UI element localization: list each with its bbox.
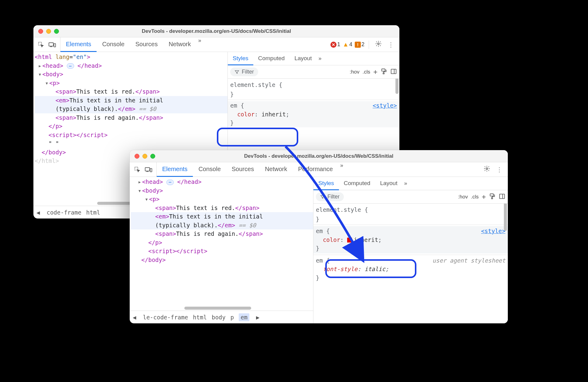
main-toolbar: Elements Console Sources Network » ✕1 ▲4… (33, 37, 399, 52)
gear-icon[interactable] (482, 165, 492, 174)
ellipsis-icon[interactable]: ⋯ (166, 180, 174, 185)
device-toggle-icon[interactable] (49, 42, 56, 48)
tab-layout[interactable]: Layout (375, 177, 402, 190)
gear-icon[interactable] (373, 40, 384, 49)
tab-elements[interactable]: Elements (60, 37, 97, 52)
svg-rect-14 (490, 194, 494, 196)
scrollbar[interactable] (184, 307, 251, 310)
crumb[interactable]: le-code-frame (143, 314, 188, 321)
crumb[interactable]: code-frame (46, 209, 81, 216)
scrollbar[interactable] (504, 204, 507, 231)
crumb-prev-icon[interactable]: ◀ (35, 209, 42, 216)
device-toggle-icon[interactable] (145, 167, 152, 173)
close-icon[interactable] (38, 29, 43, 34)
styles-body[interactable]: element.style { } <style> em { color: in… (313, 204, 508, 323)
inspect-icon[interactable] (38, 41, 44, 48)
filter-placeholder: Filter (242, 69, 254, 75)
traffic-lights (135, 154, 155, 159)
svg-point-13 (486, 168, 488, 170)
cls-toggle[interactable]: .cls (471, 194, 479, 200)
warning-badge[interactable]: ▲4 (343, 41, 352, 48)
more-tabs-icon[interactable]: » (316, 55, 323, 62)
styles-pane: Styles Computed Layout » Filter :hov .cl… (313, 177, 508, 323)
kebab-icon[interactable]: ⋮ (386, 41, 396, 48)
filter-input[interactable]: Filter (230, 67, 258, 76)
zoom-icon[interactable] (54, 29, 59, 34)
warning-count: 4 (349, 41, 352, 48)
tab-console[interactable]: Console (97, 37, 130, 52)
svg-rect-1 (49, 43, 53, 46)
rule-elementstyle[interactable]: element.style { (316, 205, 505, 214)
scrollbar[interactable] (395, 79, 398, 94)
tab-computed[interactable]: Computed (253, 52, 290, 65)
svg-rect-10 (145, 167, 150, 171)
rule-elementstyle[interactable]: element.style { (230, 81, 397, 89)
panel-icon[interactable] (499, 193, 505, 201)
source-link[interactable]: <style> (481, 227, 505, 236)
svg-rect-15 (491, 198, 493, 199)
filter-placeholder: Filter (327, 194, 340, 200)
svg-rect-5 (382, 69, 385, 71)
more-tabs-icon[interactable]: » (338, 162, 345, 177)
window-title: DevTools - developer.mozilla.org/en-US/d… (33, 28, 399, 34)
issue-count: 2 (361, 41, 364, 48)
tab-styles[interactable]: Styles (313, 177, 339, 190)
inspect-icon[interactable] (134, 166, 141, 173)
traffic-lights (38, 29, 59, 34)
tab-performance[interactable]: Performance (293, 162, 339, 177)
source-link[interactable]: <style> (373, 101, 397, 110)
tab-styles[interactable]: Styles (228, 52, 253, 65)
crumb-active[interactable]: em (239, 313, 249, 321)
rule-ua-em[interactable]: user agent stylesheet em { font-style: i… (316, 256, 505, 282)
paint-icon[interactable] (381, 68, 387, 76)
close-icon[interactable] (135, 154, 139, 159)
tab-elements[interactable]: Elements (157, 162, 193, 177)
tab-computed[interactable]: Computed (339, 177, 375, 190)
dom-tree[interactable]: ▸<head> ⋯ </head> ▾<body> ▾<p> <span>Thi… (130, 177, 313, 311)
svg-rect-6 (383, 73, 384, 74)
error-count: 1 (337, 41, 340, 48)
minimize-icon[interactable] (46, 29, 51, 34)
hov-toggle[interactable]: :hov (458, 194, 468, 200)
filter-input[interactable]: Filter (316, 192, 344, 201)
titlebar: DevTools - developer.mozilla.org/en-US/d… (33, 25, 399, 37)
rule-em[interactable]: <style> em { color: inherit; } (313, 226, 508, 253)
tab-sources[interactable]: Sources (130, 37, 163, 52)
crumb[interactable]: body (212, 314, 226, 321)
rule-em[interactable]: <style> em { color: inherit; } (228, 101, 399, 127)
paint-icon[interactable] (489, 193, 496, 201)
more-tabs-icon[interactable]: » (402, 180, 409, 187)
svg-rect-12 (150, 168, 152, 172)
ua-stylesheet-label: user agent stylesheet (432, 256, 505, 265)
crumb-next-icon[interactable]: ▶ (254, 314, 261, 321)
dom-pane: ▸<head> ⋯ </head> ▾<body> ▾<p> <span>Thi… (130, 177, 313, 323)
crumb[interactable]: p (231, 314, 234, 321)
svg-rect-16 (500, 194, 505, 198)
kebab-icon[interactable]: ⋮ (494, 166, 504, 173)
rule-close: } (230, 90, 397, 99)
filter-icon (320, 194, 325, 199)
crumb[interactable]: html (193, 314, 207, 321)
tab-layout[interactable]: Layout (289, 52, 316, 65)
minimize-icon[interactable] (142, 154, 147, 159)
tab-network[interactable]: Network (259, 162, 292, 177)
breadcrumb[interactable]: ◀ le-code-frame html body p em ▶ (130, 311, 313, 323)
tab-console[interactable]: Console (193, 162, 226, 177)
crumb[interactable]: html (86, 209, 100, 216)
cls-toggle[interactable]: .cls (362, 69, 370, 75)
hov-toggle[interactable]: :hov (350, 69, 359, 75)
color-swatch[interactable] (347, 238, 352, 243)
tab-network[interactable]: Network (163, 37, 196, 52)
tab-sources[interactable]: Sources (226, 162, 259, 177)
more-tabs-icon[interactable]: » (197, 37, 203, 52)
ellipsis-icon[interactable]: ⋯ (67, 63, 74, 69)
zoom-icon[interactable] (150, 154, 155, 159)
plus-icon[interactable]: + (373, 68, 378, 76)
main-tabs: Elements Console Sources Network Perform… (157, 162, 478, 177)
plus-icon[interactable]: + (482, 193, 486, 201)
panel-icon[interactable] (390, 68, 397, 76)
svg-rect-7 (391, 69, 396, 74)
crumb-prev-icon[interactable]: ◀ (131, 314, 138, 321)
issue-badge[interactable]: !2 (355, 41, 364, 48)
error-badge[interactable]: ✕1 (330, 41, 340, 48)
